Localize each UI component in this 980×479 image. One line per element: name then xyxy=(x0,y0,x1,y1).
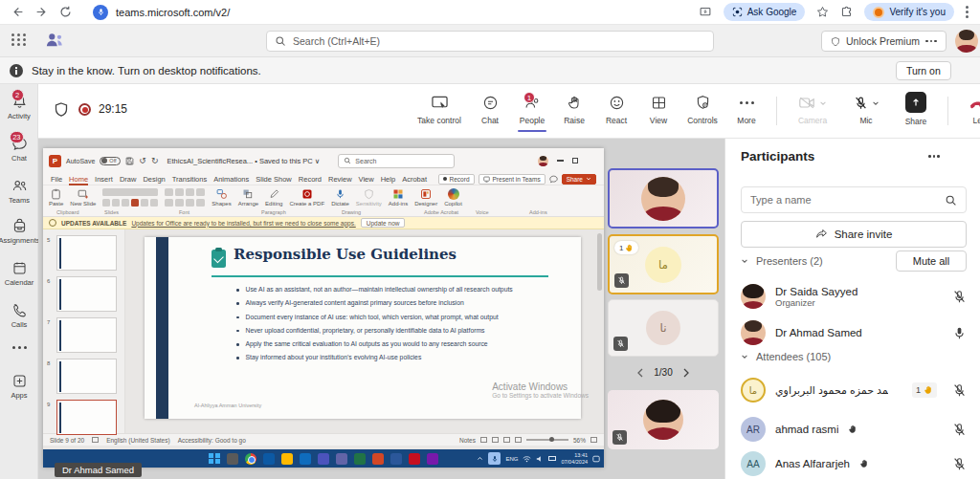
user-avatar[interactable] xyxy=(955,30,978,53)
comments-icon[interactable] xyxy=(549,175,558,184)
sidebar-item-apps[interactable]: Apps xyxy=(0,373,38,400)
windows-start-icon[interactable] xyxy=(209,453,220,465)
editing-button[interactable]: Editing xyxy=(265,188,282,207)
ask-google-button[interactable]: Ask Google xyxy=(724,3,806,21)
ppt-share-button[interactable]: Share xyxy=(562,174,596,185)
accessibility-status[interactable]: Accessibility: Good to go xyxy=(178,437,246,444)
dictate-button[interactable]: Dictate xyxy=(331,188,349,207)
window-restore-icon[interactable] xyxy=(572,158,578,163)
slide-thumbnail-5[interactable] xyxy=(56,235,117,271)
unlock-premium-button[interactable]: Unlock Premium xyxy=(821,31,947,52)
taskbar-app-icon[interactable] xyxy=(427,453,438,465)
slide-thumbnail-7[interactable] xyxy=(56,317,117,353)
address-url[interactable]: teams.microsoft.com/v2/ xyxy=(116,7,230,18)
mic-chevron-icon[interactable] xyxy=(872,99,880,107)
update-close-icon[interactable] xyxy=(592,220,598,226)
ppt-record-button[interactable]: Record xyxy=(438,174,475,185)
mic-on-icon[interactable] xyxy=(952,326,967,340)
participant-search-box[interactable] xyxy=(741,186,967,213)
leave-button[interactable]: Leave xyxy=(957,91,980,125)
tray-clock[interactable]: 13:4107/04/2024 xyxy=(561,452,588,465)
undo-icon[interactable]: ↺ xyxy=(139,156,146,165)
banner-close-icon[interactable] xyxy=(961,65,972,76)
forward-icon[interactable] xyxy=(35,6,48,18)
participant-row[interactable]: ما محمد حمزه محمود البربراوي 1 xyxy=(741,372,967,408)
app-launcher-waffle-icon[interactable] xyxy=(11,33,27,46)
extensions-icon[interactable] xyxy=(840,6,853,18)
paragraph-controls[interactable] xyxy=(165,188,205,207)
teams-search-input[interactable] xyxy=(293,35,705,47)
share-invite-button[interactable]: Share invite xyxy=(741,221,967,248)
zoom-level[interactable]: 56% xyxy=(573,437,586,444)
more-button[interactable]: More xyxy=(725,91,768,125)
window-minimize-icon[interactable] xyxy=(557,160,564,161)
tab-help[interactable]: Help xyxy=(381,175,395,184)
redo-icon[interactable]: ↻ xyxy=(151,156,159,165)
video-tile[interactable]: نا xyxy=(608,299,719,357)
tab-transitions[interactable]: Transitions xyxy=(172,175,207,184)
participant-row[interactable]: AA Anas Alfararjeh xyxy=(741,446,967,479)
page-prev-icon[interactable] xyxy=(636,368,644,378)
volume-icon[interactable] xyxy=(536,455,544,463)
document-title[interactable]: EthicsAI_ScientificResea... • Saved to t… xyxy=(167,157,320,165)
slide-sorter-icon[interactable] xyxy=(492,437,499,443)
teams-logo-icon[interactable] xyxy=(44,32,65,49)
taskbar-app-icon[interactable] xyxy=(263,453,275,465)
add-ins-button[interactable]: Add-ins xyxy=(389,188,408,207)
camera-button[interactable]: Camera xyxy=(786,91,839,125)
browser-menu-icon[interactable] xyxy=(966,6,969,18)
present-in-teams-button[interactable]: Present in Teams xyxy=(479,174,546,185)
slideshow-icon[interactable] xyxy=(515,437,522,443)
designer-button[interactable]: Designer xyxy=(414,188,437,207)
taskbar-app-icon[interactable] xyxy=(318,453,329,465)
screenshare-powerpoint-window[interactable]: P AutoSave Off ↺ ↻ EthicsAI_ScientificRe… xyxy=(43,148,604,468)
back-icon[interactable] xyxy=(11,6,24,18)
chat-button[interactable]: Chat xyxy=(469,91,511,125)
notes-toggle[interactable]: Notes xyxy=(459,437,476,444)
verify-profile-button[interactable]: Verify it's you xyxy=(864,3,954,21)
participant-row[interactable]: Dr Ahmad Samed xyxy=(741,316,967,349)
turn-on-button[interactable]: Turn on xyxy=(896,61,951,80)
teams-search-box[interactable] xyxy=(266,31,714,52)
reload-icon[interactable] xyxy=(59,6,72,18)
page-next-icon[interactable] xyxy=(682,368,690,378)
mic-muted-icon[interactable] xyxy=(952,290,967,304)
sidebar-item-assignments[interactable]: Assignments xyxy=(0,218,38,245)
ppt-search-box[interactable]: Search xyxy=(338,154,455,168)
taskbar-app-icon[interactable] xyxy=(227,453,238,465)
tab-draw[interactable]: Draw xyxy=(120,175,137,184)
tab-slideshow[interactable]: Slide Show xyxy=(256,175,292,184)
slide-thumbnail-6[interactable] xyxy=(56,276,117,312)
sidebar-item-activity[interactable]: 2 Activity xyxy=(0,94,38,120)
taskbar-app-icon[interactable] xyxy=(354,453,366,465)
tab-design[interactable]: Design xyxy=(143,175,165,184)
taskbar-app-icon[interactable] xyxy=(390,453,402,465)
view-button[interactable]: View xyxy=(637,91,679,125)
participant-row[interactable]: Dr Saida Sayyed Organizer xyxy=(741,278,967,315)
presenters-section-header[interactable]: Presenters (2) xyxy=(741,255,823,267)
taskbar-app-icon[interactable] xyxy=(336,453,347,465)
normal-view-icon[interactable] xyxy=(480,437,487,443)
language-status[interactable]: English (United States) xyxy=(106,437,169,444)
sensitivity-button[interactable]: Sensitivity xyxy=(356,188,382,207)
notification-center-icon[interactable] xyxy=(592,455,600,463)
tray-chevron-icon[interactable] xyxy=(477,455,483,462)
video-tile-raised-hand[interactable]: 1 ما xyxy=(608,234,719,294)
panel-close-icon[interactable] xyxy=(956,151,967,162)
save-icon[interactable] xyxy=(125,157,134,165)
tab-review[interactable]: Review xyxy=(328,175,352,184)
taskbar-app-icon[interactable] xyxy=(409,453,420,465)
arrange-button[interactable]: Arrange xyxy=(238,188,258,207)
controls-button[interactable]: Controls xyxy=(679,91,725,125)
slide-thumbnail-9-selected[interactable] xyxy=(56,400,117,435)
mic-button[interactable]: Mic xyxy=(839,91,893,125)
sidebar-more-icon[interactable] xyxy=(0,346,38,349)
take-control-button[interactable]: Take control xyxy=(410,91,469,125)
taskbar-app-icon[interactable] xyxy=(281,453,293,465)
new-slide-button[interactable]: New Slide xyxy=(70,188,96,207)
sidebar-item-teams[interactable]: Teams xyxy=(0,178,38,205)
people-button[interactable]: 1 People xyxy=(511,91,553,125)
taskbar-app-icon[interactable] xyxy=(245,453,256,465)
bookmark-star-icon[interactable] xyxy=(816,6,829,18)
slide-thumbnail-8[interactable] xyxy=(56,359,117,394)
